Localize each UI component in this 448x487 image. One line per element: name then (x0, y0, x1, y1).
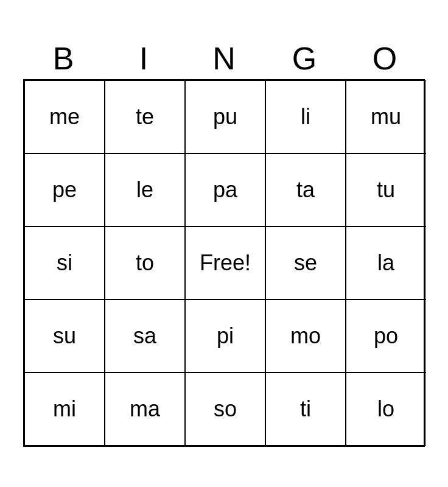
cell-3-4[interactable]: po (346, 300, 426, 373)
cell-2-4[interactable]: la (346, 226, 426, 300)
cell-1-1[interactable]: le (105, 153, 185, 226)
cell-4-0[interactable]: mi (24, 373, 105, 446)
cell-4-3[interactable]: ti (265, 373, 346, 446)
cell-2-3[interactable]: se (265, 226, 346, 300)
cell-1-2[interactable]: pa (185, 153, 265, 226)
header-i: I (103, 40, 184, 77)
bingo-row: mi ma so ti lo (24, 373, 424, 446)
cell-0-3[interactable]: li (265, 80, 346, 153)
header-g: G (264, 40, 345, 77)
cell-0-1[interactable]: te (105, 80, 185, 153)
cell-2-2[interactable]: Free! (185, 226, 265, 300)
cell-2-0[interactable]: si (24, 226, 105, 300)
cell-4-2[interactable]: so (185, 373, 265, 446)
header-o: O (345, 40, 425, 77)
bingo-row: si to Free! se la (24, 226, 424, 300)
cell-1-0[interactable]: pe (24, 153, 105, 226)
cell-4-4[interactable]: lo (346, 373, 426, 446)
cell-3-3[interactable]: mo (265, 300, 346, 373)
cell-1-3[interactable]: ta (265, 153, 346, 226)
cell-3-1[interactable]: sa (105, 300, 185, 373)
cell-0-4[interactable]: mu (346, 80, 426, 153)
cell-0-2[interactable]: pu (185, 80, 265, 153)
bingo-row: pe le pa ta tu (24, 153, 424, 226)
bingo-header: B I N G O (23, 40, 425, 77)
cell-0-0[interactable]: me (24, 80, 105, 153)
bingo-row: me te pu li mu (24, 80, 424, 153)
bingo-grid: me te pu li mu pe le pa ta tu si to Free… (23, 79, 425, 447)
cell-2-1[interactable]: to (105, 226, 185, 300)
cell-3-0[interactable]: su (24, 300, 105, 373)
bingo-card: B I N G O me te pu li mu pe le pa ta tu … (23, 40, 425, 447)
cell-1-4[interactable]: tu (346, 153, 426, 226)
cell-4-1[interactable]: ma (105, 373, 185, 446)
cell-3-2[interactable]: pi (185, 300, 265, 373)
bingo-row: su sa pi mo po (24, 300, 424, 373)
header-b: B (23, 40, 103, 77)
header-n: N (184, 40, 264, 77)
